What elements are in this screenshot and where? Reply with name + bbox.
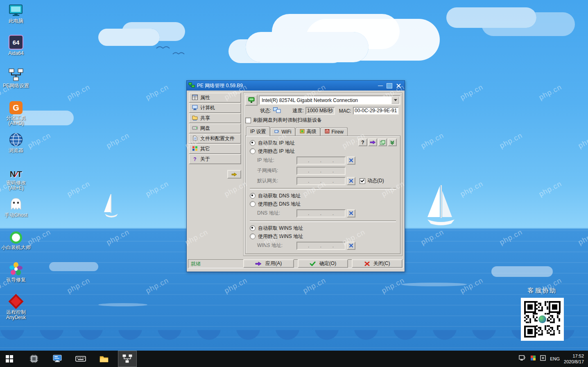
desktop-icon-boot-repair[interactable]: 引导修复 — [1, 261, 31, 290]
tab-label: IP 设置 — [250, 128, 266, 135]
clock-time: 17:52 — [572, 353, 584, 359]
window-title: PE 网络管理 0.59.B9 — [197, 82, 376, 89]
sidebar-collapse-button[interactable] — [227, 170, 241, 179]
static-wins-radio[interactable] — [250, 233, 256, 239]
desktop-icon-anydesk[interactable]: 远程控制 AnyDesk — [1, 293, 31, 323]
desktop-icon-partition-tool[interactable]: G 分区工具 (Alt+D) — [1, 99, 31, 129]
static-ip-radio[interactable] — [250, 148, 256, 154]
desktop-icon-manual-ghost[interactable]: 手动Ghost — [1, 196, 31, 226]
desktop-icon-aida64[interactable]: 64 Aida64 — [1, 34, 31, 64]
taskbar-app-explorer[interactable] — [95, 351, 113, 367]
adapter-icon — [248, 97, 255, 103]
taskbar-app-cpu[interactable] — [25, 351, 43, 367]
desktop-icon-xiaobai-installer[interactable]: 小白装机大师 — [1, 228, 31, 258]
desktop-icon-label: PE网络设置 — [3, 83, 29, 88]
sidebar-item-label: 共享 — [200, 115, 210, 122]
copy-config-button[interactable] — [378, 138, 387, 146]
speed-label: 速度: — [292, 107, 303, 114]
speed-value: 1000 MB/秒 — [305, 107, 335, 115]
desktop-icon-password-change[interactable]: N⁄T 密码修改 (Alt+E) — [1, 163, 31, 193]
sailboat-large — [424, 184, 457, 229]
auto-dns-radio[interactable] — [250, 193, 256, 199]
language-indicator[interactable]: ENG — [550, 356, 560, 361]
auto-ip-radio[interactable] — [250, 140, 256, 146]
desktop-icon-label: 小白装机大师 — [1, 245, 31, 250]
gateway-label: 默认网关: — [257, 177, 296, 184]
desktop-icon-label: 浏览器 — [9, 148, 23, 153]
auto-dns-label: 自动获取 DNS 地址 — [258, 193, 301, 199]
sidebar-item-netdisk[interactable]: 网盘 — [189, 123, 241, 134]
sidebar-item-files-and-profiles[interactable]: 文件和配置文件 — [189, 134, 241, 144]
desktop-icon-label: 密码修改 (Alt+E) — [6, 180, 26, 191]
chevron-down-icon[interactable] — [391, 97, 399, 104]
apply-arrow-button[interactable] — [368, 138, 377, 146]
adapter-selected-value: Intel(R) 82574L Gigabit Network Connecti… — [262, 97, 358, 103]
clear-dns-button[interactable] — [347, 209, 355, 217]
tab-wifi[interactable]: WiFi — [270, 127, 295, 136]
window-titlebar[interactable]: PE 网络管理 0.59.B9 — — [187, 81, 405, 91]
ghost-icon — [9, 196, 23, 211]
force-scan-checkbox[interactable] — [245, 118, 251, 123]
expand-double-chevron-button[interactable] — [388, 138, 397, 146]
sea-glint — [98, 303, 147, 306]
properties-icon — [192, 95, 198, 101]
desktop-icon-browser[interactable]: 浏览器 — [1, 131, 31, 161]
browser-globe-icon — [9, 131, 23, 147]
static-dns-radio[interactable] — [250, 201, 256, 207]
help-button[interactable]: ? — [358, 138, 367, 146]
adapter-properties-button[interactable] — [245, 95, 258, 106]
dynamic-checkbox[interactable] — [360, 178, 365, 184]
advanced-icon — [300, 129, 305, 135]
aida64-icon: 64 — [9, 34, 23, 50]
tab-advanced[interactable]: 高级 — [296, 127, 320, 136]
dns-address-input[interactable]: ... — [296, 209, 346, 217]
start-button[interactable] — [0, 351, 19, 367]
clear-ip-button[interactable] — [347, 156, 355, 165]
dynamic-label: 动态(D) — [367, 177, 384, 184]
adapter-select[interactable]: Intel(R) 82574L Gigabit Network Connecti… — [259, 95, 400, 105]
dns-address-label: DNS 地址: — [257, 210, 296, 217]
subnet-mask-label: 子网掩码: — [257, 167, 296, 174]
keyboard-icon — [75, 355, 86, 362]
minimize-button[interactable]: — — [376, 82, 385, 89]
desktop-icon-this-pc[interactable]: 此电脑 — [1, 2, 31, 32]
close-window-button[interactable]: 关闭(C) — [352, 259, 403, 268]
blue-x-icon — [349, 243, 353, 248]
ok-button[interactable]: 确定(O) — [298, 259, 348, 268]
static-dns-label: 使用静态 DNS 地址 — [258, 201, 301, 208]
anydesk-icon — [11, 293, 21, 308]
folder-icon — [99, 355, 109, 363]
sidebar-item-label: 网盘 — [200, 125, 210, 132]
tab-ip-settings[interactable]: IP 设置 — [246, 127, 270, 136]
sidebar-item-properties[interactable]: 属性 — [189, 93, 241, 103]
wins-address-input[interactable]: ... — [296, 242, 346, 250]
sidebar-item-label: 其它 — [200, 145, 210, 152]
taskbar-app-monitor[interactable] — [48, 351, 67, 367]
desktop-icon-pe-network-settings[interactable]: PE网络设置 — [1, 66, 31, 96]
taskbar-app-pe-network[interactable] — [118, 351, 137, 367]
subnet-mask-input[interactable]: ... — [296, 167, 346, 175]
apply-button[interactable]: 应用(A) — [243, 259, 294, 268]
tab-firewall[interactable]: Firew — [321, 127, 347, 136]
sidebar-item-computer[interactable]: 计算机 — [189, 103, 241, 113]
ip-address-input[interactable]: ... — [296, 156, 346, 165]
waves — [0, 330, 588, 351]
clear-gateway-button[interactable] — [347, 177, 355, 185]
tray-ime-icon[interactable] — [540, 355, 546, 362]
maximize-button[interactable] — [385, 82, 394, 89]
tray-color-icon[interactable] — [530, 355, 536, 362]
gateway-input[interactable]: ... — [296, 177, 346, 185]
firewall-icon — [325, 129, 330, 135]
sidebar-item-other[interactable]: 其它 — [189, 144, 241, 154]
close-button[interactable] — [394, 82, 403, 89]
question-icon: ? — [192, 156, 198, 162]
clear-wins-button[interactable] — [347, 242, 355, 250]
auto-ip-label: 自动获取 IP 地址 — [258, 140, 295, 147]
taskbar-app-keyboard[interactable] — [71, 351, 90, 367]
tray-network-icon[interactable] — [519, 355, 526, 362]
taskbar-clock[interactable]: 17:52 2020/8/17 — [564, 353, 584, 365]
sidebar-item-about[interactable]: ? 关于 — [189, 154, 241, 164]
desktop-icon-label: 远程控制 AnyDesk — [6, 310, 26, 320]
sidebar-item-share[interactable]: 共享 — [189, 113, 241, 123]
auto-wins-radio[interactable] — [250, 225, 256, 231]
